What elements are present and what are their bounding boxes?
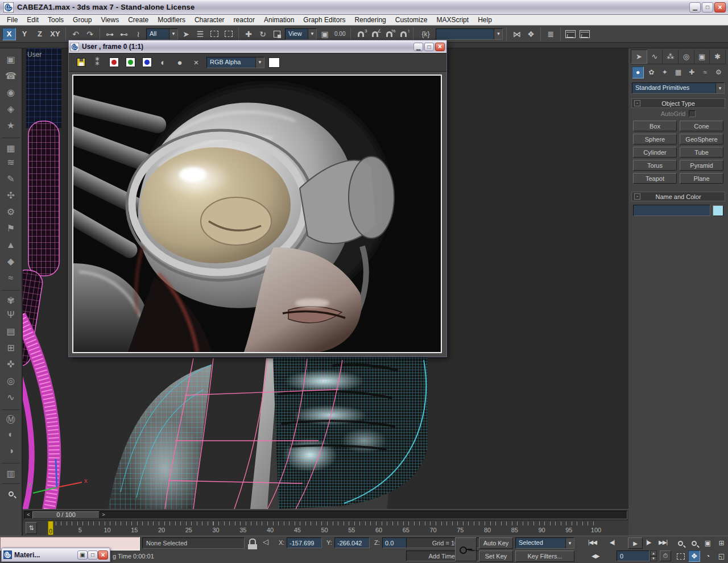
rope-icon[interactable]: ∿ (2, 389, 20, 405)
key-mode-dropdown[interactable]: Selected ▼ (515, 537, 574, 549)
spinning-top-icon[interactable]: ◈ (2, 101, 20, 117)
waves-icon[interactable]: ≈ (2, 270, 20, 286)
menu-animation[interactable]: Animation (259, 15, 299, 24)
object-name-input[interactable] (633, 205, 710, 216)
material-editor-minimized-window[interactable]: Materi... ▣ □ × (1, 548, 110, 562)
select-move-icon[interactable]: ✚ (242, 28, 255, 40)
objtype-geosphere-button[interactable]: GeoSphere (680, 134, 723, 144)
objtype-teapot-button[interactable]: Teapot (633, 173, 677, 184)
region-zoom-button[interactable] (675, 550, 686, 562)
set-keys-button[interactable] (455, 537, 477, 561)
key-mode-step-button[interactable]: ◀▶ (592, 553, 599, 559)
menu-views[interactable]: Views (96, 15, 123, 24)
auto-key-button[interactable]: Auto Key (479, 537, 513, 549)
cloth-icon[interactable]: ▤ (2, 323, 20, 340)
axis-y-button[interactable]: Y (18, 28, 31, 40)
window-crossing-icon[interactable] (222, 28, 235, 40)
shirt-m-icon[interactable]: Ⓜ (2, 409, 20, 426)
tab-motion[interactable]: ◎ (679, 49, 694, 64)
chevron-down-icon[interactable]: ▼ (715, 83, 724, 93)
wheel-icon[interactable]: ◎ (2, 372, 20, 389)
clear-icon[interactable]: × (190, 56, 202, 69)
select-object-icon[interactable]: ➤ (180, 28, 192, 40)
gear-icon[interactable]: ⚙ (2, 204, 20, 220)
go-start-button[interactable]: |◀◀ (588, 539, 597, 545)
zoom-object-icon[interactable] (2, 483, 20, 500)
objtype-box-button[interactable]: Box (633, 121, 677, 131)
restore-button[interactable]: ▣ (77, 550, 88, 560)
mono-channel-icon[interactable]: ◐ (157, 56, 169, 69)
named-sets-icon[interactable]: {k} (417, 28, 434, 40)
terrain-icon[interactable]: ▲ (2, 237, 20, 253)
mirror-icon[interactable]: ⋈ (510, 28, 523, 40)
coord-system-dropdown[interactable]: View▼ (285, 28, 317, 40)
viewport-label[interactable]: User (27, 51, 42, 59)
selection-filter-dropdown[interactable]: All▼ (146, 28, 178, 40)
objtype-sphere-button[interactable]: Sphere (633, 134, 677, 144)
tab-display[interactable]: ▣ (694, 49, 710, 64)
zoom-extents-all-button[interactable]: ⊞ (715, 537, 727, 549)
star-icon[interactable]: ★ (2, 117, 20, 134)
select-rotate-icon[interactable]: ↻ (257, 28, 269, 40)
time-configuration-button[interactable]: ⏱ (660, 550, 671, 561)
menu-character[interactable]: Character (190, 15, 229, 24)
frame-spinner[interactable]: ▲▼ (650, 550, 657, 561)
objtype-cone-button[interactable]: Cone (680, 121, 723, 131)
chevron-down-icon[interactable]: ▼ (565, 538, 574, 548)
menu-file[interactable]: File (2, 15, 22, 24)
arc-rotate-button[interactable]: ◔ (702, 550, 714, 562)
menu-maxscript[interactable]: MAXScript (432, 15, 473, 24)
ball-m-icon[interactable]: ◐ (2, 426, 20, 442)
rocks-icon[interactable]: ◆ (2, 253, 20, 270)
tab-create[interactable]: ➤ (631, 49, 647, 64)
tab-utilities[interactable]: ✱ (710, 49, 726, 64)
cat-shapes[interactable]: ✿ (646, 67, 657, 78)
object-class-dropdown[interactable]: Standard Primitives ▼ (632, 82, 725, 94)
red-channel-button[interactable] (107, 56, 120, 69)
axis-plane-button[interactable]: XY (48, 28, 62, 40)
y-coord-field[interactable]: -266.042 (334, 537, 370, 548)
axis-z-button[interactable]: Z (33, 28, 47, 40)
spinner-snap-icon[interactable]: ↕ (397, 28, 410, 40)
cat-systems[interactable]: ⚙ (713, 67, 725, 78)
undo-icon[interactable]: ↶ (69, 28, 82, 40)
menu-rendering[interactable]: Rendering (350, 15, 390, 24)
time-slider-grip[interactable]: 0 / 100 (32, 511, 100, 519)
checker-icon[interactable]: ▦ (2, 138, 20, 154)
chevron-down-icon[interactable]: ▼ (494, 29, 502, 39)
close-button[interactable]: × (714, 2, 726, 13)
maximize-button[interactable]: □ (424, 43, 434, 51)
chevron-down-icon[interactable]: ▼ (255, 57, 264, 68)
curve-editor-icon[interactable] (564, 28, 577, 40)
selection-lock-icon[interactable] (249, 539, 256, 544)
phone-icon[interactable]: ☎ (2, 68, 20, 84)
tab-hierarchy[interactable]: ⁂ (663, 49, 679, 64)
chevron-down-icon[interactable]: ▼ (169, 29, 177, 39)
biped-icon[interactable]: Ψ (2, 307, 20, 323)
angle-snap-icon[interactable]: ∠ (369, 28, 381, 40)
minimize-button[interactable]: ▁ (413, 43, 423, 51)
objtype-plane-button[interactable]: Plane (680, 173, 723, 184)
menu-edit[interactable]: Edit (22, 15, 43, 24)
weathervane-icon[interactable]: ⚑ (2, 220, 20, 237)
x-coord-field[interactable]: -157.699 (287, 537, 322, 548)
channel-display-dropdown[interactable]: RGB Alpha ▼ (206, 57, 264, 68)
track-bar[interactable]: ⇅ 0 510152025303540455055606570758085909… (23, 520, 628, 536)
redo-icon[interactable]: ↷ (84, 28, 96, 40)
align-icon[interactable]: ❖ (524, 28, 537, 40)
zoom-extents-button[interactable]: ▣ (702, 537, 714, 549)
maximize-button[interactable]: □ (88, 550, 98, 560)
pan-button[interactable]: ✥ (688, 550, 700, 562)
schematic-view-icon[interactable] (578, 28, 591, 40)
close-button[interactable]: × (435, 43, 445, 51)
close-button[interactable]: × (98, 550, 108, 560)
minimize-button[interactable]: ▁ (689, 2, 701, 13)
objtype-pyramid-button[interactable]: Pyramid (680, 160, 723, 171)
cat-spacewarps[interactable]: ≈ (699, 67, 711, 78)
bind-spacewarp-icon[interactable]: ≀ (132, 28, 144, 40)
time-slider-track[interactable]: < 0 / 100 > (24, 511, 627, 519)
object-type-rollout-header[interactable]: - Object Type (631, 98, 725, 108)
camera-rig-icon[interactable]: ✜ (2, 356, 20, 372)
unlink-icon[interactable]: ⊷ (118, 28, 130, 40)
add-time-tag[interactable]: Add Time Tag (406, 550, 489, 561)
